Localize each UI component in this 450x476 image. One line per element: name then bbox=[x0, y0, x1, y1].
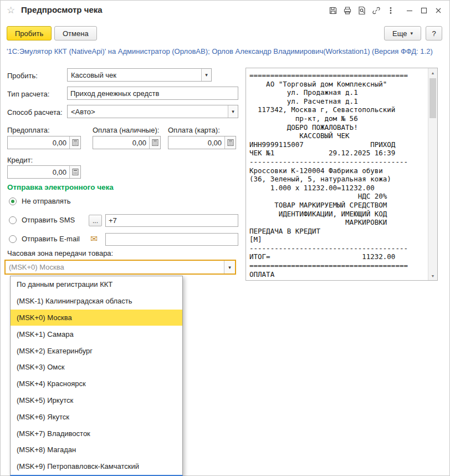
cash-field[interactable] bbox=[93, 136, 161, 149]
prepayment-label: Предоплата: bbox=[7, 126, 50, 134]
receipt-preview-panel: ====================================== А… bbox=[246, 68, 438, 281]
sms-phone-input[interactable] bbox=[106, 215, 238, 226]
radio-dot bbox=[9, 235, 17, 243]
titlebar-icons bbox=[326, 4, 446, 17]
calc-type-input[interactable] bbox=[68, 87, 238, 99]
radio-send-email[interactable]: Отправить E-mail bbox=[9, 235, 80, 243]
close-button[interactable] bbox=[431, 4, 446, 17]
cash-label: Оплата (наличные): bbox=[93, 126, 159, 134]
receipt-preview-dialog: ☆ Предпросмотр чека Пробить Отмена Е bbox=[0, 0, 450, 476]
cancel-button[interactable]: Отмена bbox=[54, 26, 97, 40]
more-button-label: Еще bbox=[392, 29, 407, 38]
prepayment-field[interactable] bbox=[7, 136, 81, 149]
timezone-option[interactable]: (MSK+9) Петропавловск-Камчатский bbox=[11, 458, 182, 475]
timezone-dropdown-icon[interactable]: ▾ bbox=[224, 261, 235, 274]
calc-method-value: <Авто> bbox=[68, 105, 228, 118]
scroll-down-icon[interactable]: ▼ bbox=[428, 271, 437, 280]
save-icon[interactable] bbox=[326, 4, 340, 17]
credit-label: Кредит: bbox=[7, 156, 33, 164]
maximize-button[interactable] bbox=[417, 4, 431, 17]
timezone-label: Часовая зона передачи товара: bbox=[7, 249, 113, 257]
radio-dot bbox=[9, 216, 17, 224]
prepayment-input[interactable] bbox=[8, 136, 69, 149]
calc-method-label: Способ расчета: bbox=[7, 108, 63, 117]
radio-do-not-send[interactable]: Не отправлять bbox=[9, 197, 71, 205]
radio-send-email-label: Отправить E-mail bbox=[22, 235, 80, 243]
probit-value: Кассовый чек bbox=[68, 69, 201, 81]
minimize-button[interactable] bbox=[402, 4, 417, 17]
credit-calculator-icon[interactable] bbox=[69, 166, 80, 178]
timezone-dropdown-list: По данным регистрации ККТ(MSK-1) Калинин… bbox=[10, 276, 183, 476]
sms-choose-button[interactable]: ... bbox=[89, 215, 102, 226]
timezone-option[interactable]: (MSK+4) Красноярск bbox=[11, 376, 182, 392]
scroll-up-icon[interactable]: ▲ bbox=[428, 68, 437, 77]
timezone-option[interactable]: (MSK+5) Иркутск bbox=[11, 392, 182, 409]
print-preview-icon[interactable] bbox=[355, 4, 369, 17]
probit-dropdown-icon[interactable]: ▾ bbox=[201, 69, 211, 81]
email-input[interactable] bbox=[106, 234, 238, 245]
card-input[interactable] bbox=[168, 136, 224, 149]
calc-method-dropdown-icon[interactable]: ▾ bbox=[228, 105, 238, 118]
radio-do-not-send-label: Не отправлять bbox=[22, 197, 71, 205]
prepayment-calculator-icon[interactable] bbox=[69, 136, 80, 149]
email-field[interactable] bbox=[105, 233, 238, 246]
electronic-receipt-header: Отправка электронного чека bbox=[7, 183, 114, 191]
timezone-value: (MSK+0) Москва bbox=[6, 261, 224, 274]
scrollbar-thumb[interactable] bbox=[429, 78, 436, 118]
more-menu-icon[interactable] bbox=[383, 4, 398, 17]
timezone-option[interactable]: (MSK-1) Калининградская область bbox=[11, 293, 182, 310]
radio-send-sms[interactable]: Отправить SMS bbox=[9, 216, 75, 224]
timezone-option[interactable]: (MSK+2) Екатеринбург bbox=[11, 342, 182, 359]
timezone-option[interactable]: (MSK+8) Магадан bbox=[11, 442, 182, 458]
calc-type-field[interactable] bbox=[67, 87, 238, 100]
radio-dot bbox=[9, 198, 17, 205]
kkt-device-info: '1С:Эмулятор ККТ (NativeApi)' на Админис… bbox=[7, 47, 443, 56]
calc-type-label: Тип расчета: bbox=[7, 90, 49, 98]
probit-label: Пробить: bbox=[7, 72, 38, 80]
calc-method-combo[interactable]: <Авто> ▾ bbox=[67, 105, 238, 118]
timezone-option[interactable]: (MSK+3) Омск bbox=[11, 359, 182, 376]
cash-calculator-icon[interactable] bbox=[149, 136, 160, 149]
envelope-icon[interactable]: ✉ bbox=[90, 234, 98, 244]
timezone-option[interactable]: (MSK+7) Владивосток bbox=[11, 425, 182, 442]
print-icon[interactable] bbox=[340, 4, 355, 17]
card-field[interactable] bbox=[168, 136, 236, 149]
chevron-down-icon: ▾ bbox=[410, 31, 413, 36]
receipt-text: ====================================== А… bbox=[249, 71, 427, 279]
more-button[interactable]: Еще ▾ bbox=[384, 26, 421, 40]
page-title: Предпросмотр чека bbox=[21, 5, 103, 14]
credit-input[interactable] bbox=[8, 166, 69, 178]
timezone-combo[interactable]: (MSK+0) Москва ▾ bbox=[4, 260, 236, 275]
credit-field[interactable] bbox=[7, 165, 81, 179]
timezone-option[interactable]: По данным регистрации ККТ bbox=[11, 276, 182, 293]
cash-input[interactable] bbox=[93, 136, 149, 149]
timezone-option[interactable]: (MSK+0) Москва bbox=[11, 310, 182, 326]
favorite-star-icon[interactable]: ☆ bbox=[7, 4, 15, 16]
radio-send-sms-label: Отправить SMS bbox=[22, 216, 75, 224]
card-label: Оплата (карта): bbox=[168, 126, 220, 134]
card-calculator-icon[interactable] bbox=[224, 136, 236, 149]
timezone-option[interactable]: (MSK+6) Якутск bbox=[11, 408, 182, 425]
timezone-option[interactable]: (MSK+1) Самара bbox=[11, 326, 182, 342]
commit-button[interactable]: Пробить bbox=[7, 26, 52, 40]
receipt-scrollbar[interactable]: ▲ ▼ bbox=[428, 68, 437, 280]
help-button[interactable]: ? bbox=[426, 26, 442, 40]
sms-phone-field[interactable] bbox=[105, 214, 238, 227]
probit-combo[interactable]: Кассовый чек ▾ bbox=[67, 68, 212, 82]
get-link-icon[interactable] bbox=[369, 4, 383, 17]
